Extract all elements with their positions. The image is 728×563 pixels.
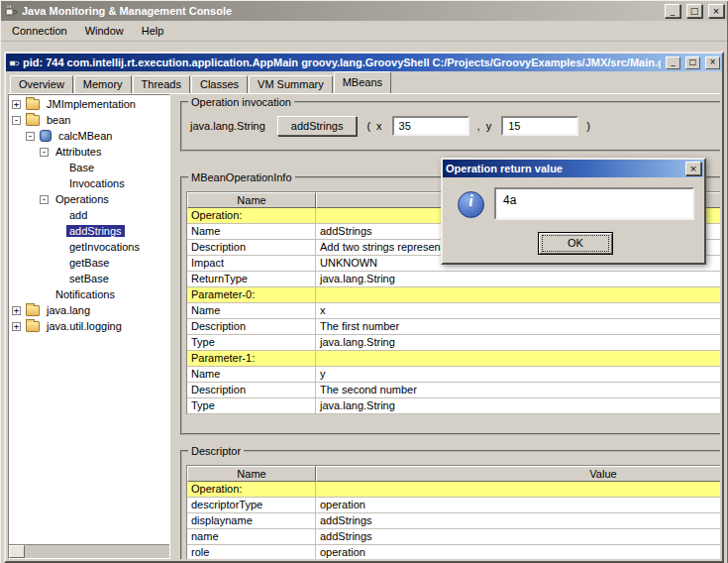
- table-row[interactable]: DescriptionThe first number: [187, 319, 720, 335]
- tree-item-getBase[interactable]: getBase: [9, 255, 169, 271]
- frame-close-button[interactable]: ×: [705, 56, 720, 69]
- cell-value: The first number: [316, 319, 720, 335]
- tree-item-bean[interactable]: -bean: [9, 112, 169, 128]
- table-row[interactable]: Parameter-1:: [187, 351, 720, 367]
- column-header-value[interactable]: Value: [316, 466, 720, 482]
- table-row[interactable]: displaynameaddStrings: [187, 513, 720, 529]
- tree-horizontal-scrollbar[interactable]: [9, 544, 169, 558]
- expand-icon[interactable]: +: [12, 322, 21, 331]
- menu-window[interactable]: Window: [76, 22, 133, 40]
- frame-maximize-button[interactable]: □: [685, 56, 700, 69]
- menu-bar: ConnectionWindowHelp: [1, 21, 727, 42]
- table-row[interactable]: Typejava.lang.String: [187, 335, 720, 351]
- frame-title: pid: 744 com.intellij.rt.execution.appli…: [23, 56, 661, 68]
- tree-item-label: getBase: [66, 257, 112, 269]
- cell-name: Description: [187, 383, 316, 398]
- tree-item-setBase[interactable]: setBase: [9, 271, 169, 286]
- table-row[interactable]: Namey: [187, 367, 720, 383]
- cell-name: ReturnType: [187, 272, 316, 287]
- table-row[interactable]: Operation:: [187, 482, 720, 498]
- table-row[interactable]: descriptorTypeoperation: [187, 498, 720, 513]
- folder-open-icon: [26, 115, 40, 126]
- tree-item-Operations[interactable]: -Operations: [9, 191, 169, 207]
- descriptor-group: Descriptor NameValueOperation:descriptor…: [180, 445, 720, 559]
- minimize-button[interactable]: _: [665, 4, 680, 18]
- close-button[interactable]: ×: [708, 4, 724, 18]
- param-y-label: y: [486, 120, 492, 132]
- table-row[interactable]: roleoperation: [187, 545, 720, 559]
- table-row[interactable]: nameaddStrings: [187, 529, 720, 545]
- tree-item-addStrings[interactable]: addStrings: [9, 223, 169, 239]
- tab-vm-summary[interactable]: VM Summary: [249, 75, 333, 93]
- tab-mbeans[interactable]: MBeans: [334, 71, 391, 93]
- table-row[interactable]: Typejava.lang.String: [187, 398, 720, 414]
- frame-icon: [8, 56, 20, 68]
- tree-item-getInvocations[interactable]: getInvocations: [9, 239, 169, 255]
- descriptor-title: Descriptor: [188, 445, 244, 457]
- dialog-body: i 4a OK: [443, 177, 704, 263]
- dialog-close-button[interactable]: ×: [685, 162, 701, 175]
- cell-name: Name: [187, 303, 316, 319]
- frame-title-bar[interactable]: pid: 744 com.intellij.rt.execution.appli…: [6, 54, 722, 71]
- cell-value: [316, 287, 720, 303]
- column-header-name[interactable]: Name: [187, 192, 316, 208]
- tree-panel: +JMImplementation-bean-calcMBean-Attribu…: [8, 94, 170, 559]
- tree-item-Notifications[interactable]: Notifications: [9, 286, 169, 302]
- tree-item-label: Base: [66, 162, 97, 173]
- operation-invocation-group: Operation invocation java.lang.String ad…: [180, 96, 720, 152]
- dialog-title-bar[interactable]: Operation return value ×: [443, 160, 704, 177]
- tree-item-java.util.logging[interactable]: +java.util.logging: [9, 318, 169, 334]
- maximize-button[interactable]: □: [686, 4, 702, 18]
- tree-item-label: setBase: [66, 273, 112, 284]
- folder-icon: [26, 305, 40, 316]
- table-row[interactable]: Parameter-0:: [187, 287, 720, 303]
- invoke-addstrings-button[interactable]: addStrings: [277, 116, 358, 136]
- tab-overview[interactable]: Overview: [10, 75, 73, 93]
- param-x-label: x: [376, 120, 382, 132]
- tree-item-Base[interactable]: Base: [9, 160, 169, 175]
- cell-name: descriptorType: [187, 498, 316, 513]
- table-header-row: NameValue: [187, 466, 720, 482]
- tab-classes[interactable]: Classes: [191, 75, 248, 93]
- tree-item-label: java.util.logging: [44, 320, 125, 332]
- tab-memory[interactable]: Memory: [74, 75, 132, 93]
- ok-button[interactable]: OK: [538, 232, 613, 255]
- scrollbar-thumb[interactable]: [9, 545, 25, 558]
- collapse-icon[interactable]: -: [12, 116, 21, 125]
- tree-item-add[interactable]: add: [9, 207, 169, 223]
- tree-item-label: bean: [44, 114, 73, 126]
- tree-item-label: add: [66, 209, 90, 221]
- title-bar[interactable]: Java Monitoring & Management Console _ □…: [1, 1, 727, 21]
- split-divider[interactable]: [170, 94, 180, 559]
- param-x-input[interactable]: [392, 116, 469, 136]
- collapse-icon[interactable]: -: [40, 148, 49, 157]
- mbean-operation-info-title: MBeanOperationInfo: [188, 171, 295, 183]
- table-row[interactable]: ReturnTypejava.lang.String: [187, 272, 720, 287]
- table-row[interactable]: DescriptionThe second number: [187, 383, 720, 398]
- param-y-input[interactable]: [501, 116, 578, 136]
- column-header-name[interactable]: Name: [187, 466, 316, 482]
- collapse-icon[interactable]: -: [40, 195, 49, 204]
- cell-name: Description: [187, 319, 316, 335]
- menu-connection[interactable]: Connection: [3, 22, 76, 40]
- cell-value: java.lang.String: [316, 272, 720, 287]
- cell-value: [316, 351, 720, 367]
- frame-minimize-button[interactable]: _: [666, 56, 680, 69]
- expand-icon[interactable]: +: [12, 306, 21, 315]
- expand-icon[interactable]: +: [12, 100, 21, 109]
- tree-item-JMImplementation[interactable]: +JMImplementation: [9, 96, 169, 112]
- return-value-field[interactable]: 4a: [494, 187, 694, 220]
- menu-help[interactable]: Help: [133, 22, 173, 40]
- cell-value: The second number: [316, 383, 720, 398]
- tab-threads[interactable]: Threads: [133, 75, 190, 93]
- lparen-label: (: [366, 120, 370, 132]
- maximize-icon: □: [690, 6, 699, 16]
- window-title: Java Monitoring & Management Console: [22, 5, 659, 17]
- tree-item-Attributes[interactable]: -Attributes: [9, 144, 169, 160]
- collapse-icon[interactable]: -: [26, 132, 35, 141]
- tree-item-Invocations[interactable]: Invocations: [9, 175, 169, 191]
- tree-item-calcMBean[interactable]: -calcMBean: [9, 128, 169, 144]
- table-row[interactable]: Namex: [187, 303, 720, 319]
- cell-name: Parameter-1:: [187, 351, 316, 367]
- tree-item-java.lang[interactable]: +java.lang: [9, 302, 169, 318]
